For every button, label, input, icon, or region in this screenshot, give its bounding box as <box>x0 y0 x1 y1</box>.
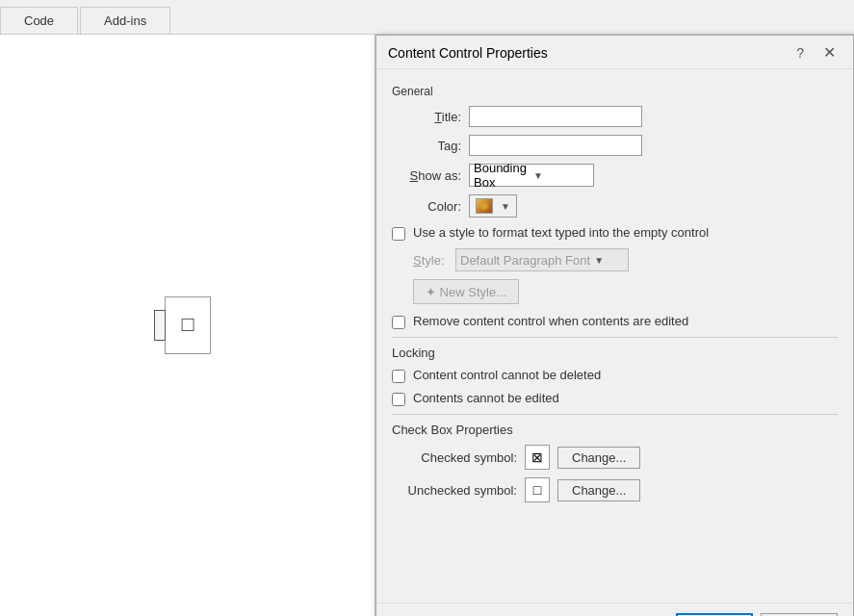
use-style-label[interactable]: Use a style to format text typed into th… <box>413 225 709 240</box>
use-style-row: Use a style to format text typed into th… <box>392 225 838 241</box>
remove-control-row: Remove content control when contents are… <box>392 314 838 329</box>
tag-label: Tag: <box>392 139 469 153</box>
checked-symbol-display: ⊠ <box>525 445 550 470</box>
cannot-delete-label[interactable]: Content control cannot be deleted <box>413 368 601 382</box>
color-button[interactable]: ▼ <box>469 194 517 218</box>
dialog-footer: OK Cancel <box>376 603 853 616</box>
unchecked-symbol-value: □ <box>533 482 541 498</box>
cannot-edit-row: Contents cannot be edited <box>392 391 838 406</box>
show-as-row: Show as: Bounding Box ▼ <box>392 164 838 187</box>
title-label: Title: <box>392 110 469 124</box>
show-as-value: Bounding Box <box>474 161 530 190</box>
show-as-label-text: Show as: <box>410 168 461 183</box>
dialog-titlebar: Content Control Properties ? ✕ <box>376 36 853 69</box>
help-button[interactable]: ? <box>790 43 810 63</box>
style-dropdown: Default Paragraph Font ▼ <box>455 248 629 271</box>
show-as-dropdown[interactable]: Bounding Box ▼ <box>469 164 594 187</box>
dialog-title: Content Control Properties <box>388 45 548 61</box>
color-dropdown-arrow-icon: ▼ <box>501 201 510 212</box>
show-as-label: Show as: <box>392 168 469 183</box>
title-input[interactable] <box>469 106 642 127</box>
checked-symbol-row: Checked symbol: ⊠ Change... <box>392 445 838 470</box>
left-panel: ☐ <box>0 35 375 616</box>
general-section-label: General <box>392 85 838 98</box>
change-checked-symbol-button[interactable]: Change... <box>557 447 640 469</box>
style-label: Style: <box>413 253 455 268</box>
title-row: Title: <box>392 106 838 127</box>
color-label: Color: <box>392 199 469 214</box>
style-row: Style: Default Paragraph Font ▼ <box>413 248 838 271</box>
style-value: Default Paragraph Font <box>460 253 590 268</box>
locking-label: Locking <box>392 346 838 360</box>
unchecked-symbol-display: □ <box>525 477 550 502</box>
divider-1 <box>392 337 838 338</box>
new-style-btn-wrapper: ✦ New Style... <box>392 279 838 314</box>
tab-addins[interactable]: Add-ins <box>80 7 170 34</box>
divider-2 <box>392 414 838 415</box>
style-dropdown-arrow-icon: ▼ <box>594 255 604 266</box>
remove-control-label[interactable]: Remove content control when contents are… <box>413 314 688 328</box>
dialog-body: General Title: Tag: Show as: <box>376 69 853 603</box>
color-swatch <box>476 198 493 214</box>
tag-input[interactable] <box>469 135 642 156</box>
new-style-button: ✦ New Style... <box>413 279 519 304</box>
close-button[interactable]: ✕ <box>817 43 841 63</box>
main-area: ☐ Content Control Properties ? ✕ General… <box>0 35 854 616</box>
unchecked-symbol-row: Unchecked symbol: □ Change... <box>392 477 838 502</box>
tag-label-text: Tag: <box>437 139 461 153</box>
title-label-text: Title: <box>434 110 461 124</box>
cannot-edit-checkbox[interactable] <box>392 393 405 406</box>
checked-symbol-label: Checked symbol: <box>392 450 517 465</box>
tab-code[interactable]: Code <box>0 7 78 34</box>
use-style-checkbox[interactable] <box>392 227 405 241</box>
checkbox-props-label: Check Box Properties <box>392 423 838 437</box>
control-preview-icon: ☐ <box>165 296 211 354</box>
dropdown-arrow-icon: ▼ <box>533 170 589 181</box>
content-control-properties-dialog: Content Control Properties ? ✕ General T… <box>375 35 854 616</box>
cannot-edit-label[interactable]: Contents cannot be edited <box>413 391 559 405</box>
dialog-controls: ? ✕ <box>790 43 841 63</box>
cannot-delete-checkbox[interactable] <box>392 370 405 383</box>
remove-control-checkbox[interactable] <box>392 316 405 329</box>
unchecked-symbol-label: Unchecked symbol: <box>392 483 517 498</box>
cannot-delete-row: Content control cannot be deleted <box>392 368 838 383</box>
tab-bar: Code Add-ins <box>0 0 854 35</box>
color-row: Color: ▼ <box>392 194 838 218</box>
checked-symbol-value: ⊠ <box>531 449 543 465</box>
tag-row: Tag: <box>392 135 838 156</box>
change-unchecked-symbol-button[interactable]: Change... <box>557 479 640 501</box>
